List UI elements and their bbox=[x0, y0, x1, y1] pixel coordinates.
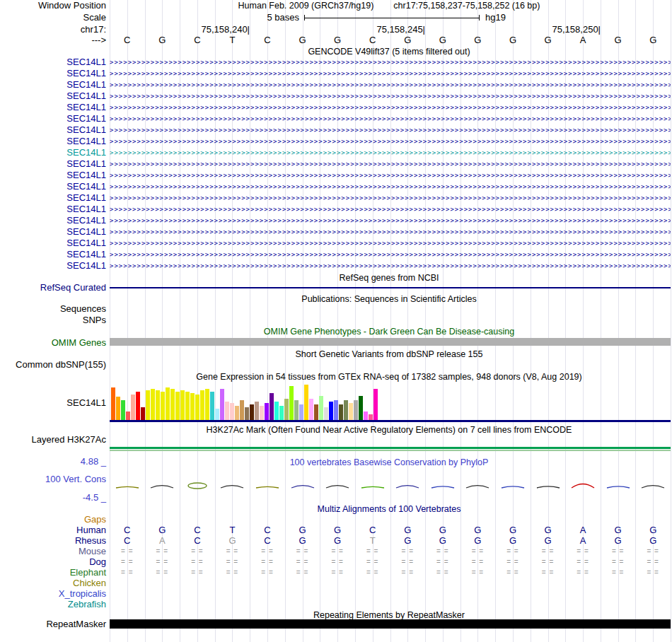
gencode-item-label[interactable]: SEC14L1 bbox=[0, 204, 106, 214]
gencode-transcript[interactable]: >>>>>>>>>>>>>>>>>>>>>>>>>>>>>>>>>>>>>>>>… bbox=[110, 228, 671, 238]
gtex-expression-bar[interactable] bbox=[265, 403, 269, 420]
gtex-expression-bar[interactable] bbox=[339, 404, 343, 420]
refseq-curated-label[interactable]: RefSeq Curated bbox=[0, 283, 106, 293]
gtex-expression-bar[interactable] bbox=[373, 389, 378, 420]
species-label-rhesus[interactable]: Rhesus bbox=[0, 536, 106, 546]
refseq-curated-item[interactable] bbox=[110, 287, 671, 288]
gtex-expression-bar[interactable] bbox=[255, 402, 259, 420]
gtex-expression-bar[interactable] bbox=[185, 392, 190, 420]
gencode-transcript[interactable]: >>>>>>>>>>>>>>>>>>>>>>>>>>>>>>>>>>>>>>>>… bbox=[110, 126, 671, 136]
gtex-expression-bar[interactable] bbox=[270, 393, 274, 420]
dbsnp-track-label[interactable]: Common dbSNP(155) bbox=[0, 360, 106, 370]
gencode-item-label[interactable]: SEC14L1 bbox=[0, 103, 106, 112]
gtex-expression-bar[interactable] bbox=[141, 407, 145, 420]
gtex-expression-bar[interactable] bbox=[279, 406, 284, 420]
omim-genes-bar[interactable] bbox=[110, 338, 671, 346]
gtex-expression-bar[interactable] bbox=[319, 396, 323, 420]
gtex-expression-bar[interactable] bbox=[220, 389, 224, 420]
gtex-expression-bar[interactable] bbox=[344, 400, 348, 420]
gencode-item-label[interactable]: SEC14L1 bbox=[0, 136, 106, 146]
gtex-expression-bar[interactable] bbox=[210, 392, 214, 420]
repeatmasker-bar[interactable] bbox=[110, 619, 671, 629]
h3k27ac-signal[interactable] bbox=[110, 447, 671, 449]
gtex-expression-bar[interactable] bbox=[369, 414, 373, 420]
gtex-expression-bar[interactable] bbox=[260, 406, 264, 420]
species-label-chicken[interactable]: Chicken bbox=[0, 578, 106, 588]
gtex-expression-bar[interactable] bbox=[195, 395, 199, 420]
gencode-transcript[interactable]: >>>>>>>>>>>>>>>>>>>>>>>>>>>>>>>>>>>>>>>>… bbox=[110, 205, 671, 215]
gtex-expression-bar[interactable] bbox=[354, 400, 358, 420]
gencode-item-label[interactable]: SEC14L1 bbox=[0, 261, 106, 271]
gtex-expression-bar[interactable] bbox=[314, 404, 318, 420]
gencode-item-label[interactable]: SEC14L1 bbox=[0, 250, 106, 259]
gencode-transcript[interactable]: >>>>>>>>>>>>>>>>>>>>>>>>>>>>>>>>>>>>>>>>… bbox=[110, 58, 671, 68]
gencode-item-label[interactable]: SEC14L1 bbox=[0, 159, 106, 169]
gencode-transcript[interactable]: >>>>>>>>>>>>>>>>>>>>>>>>>>>>>>>>>>>>>>>>… bbox=[110, 239, 671, 249]
gencode-item-label[interactable]: SEC14L1 bbox=[0, 125, 106, 135]
gtex-expression-bar[interactable] bbox=[289, 386, 294, 420]
species-label-elephant[interactable]: Elephant bbox=[0, 568, 106, 578]
gtex-expression-bar[interactable] bbox=[359, 396, 363, 420]
h3k27ac-track-label[interactable]: Layered H3K27Ac bbox=[0, 435, 106, 445]
gencode-item-label[interactable]: SEC14L1 bbox=[0, 227, 106, 237]
gtex-expression-bar[interactable] bbox=[180, 390, 185, 420]
gtex-expression-bar[interactable] bbox=[364, 412, 368, 420]
gtex-expression-bar[interactable] bbox=[215, 409, 219, 420]
gencode-transcript[interactable]: >>>>>>>>>>>>>>>>>>>>>>>>>>>>>>>>>>>>>>>>… bbox=[110, 250, 671, 260]
gtex-expression-bar[interactable] bbox=[190, 393, 195, 420]
gtex-expression-bar[interactable] bbox=[250, 404, 254, 420]
gencode-item-label[interactable]: SEC14L1 bbox=[0, 80, 106, 90]
species-label-x_tropicalis[interactable]: X_tropicalis bbox=[0, 589, 106, 599]
gencode-transcript[interactable]: >>>>>>>>>>>>>>>>>>>>>>>>>>>>>>>>>>>>>>>>… bbox=[110, 262, 671, 272]
gtex-expression-bar[interactable] bbox=[156, 390, 160, 420]
gtex-expression-bar[interactable] bbox=[126, 412, 130, 420]
gencode-item-label[interactable]: SEC14L1 bbox=[0, 193, 106, 203]
gencode-item-label[interactable]: SEC14L1 bbox=[0, 148, 106, 158]
gtex-expression-bar[interactable] bbox=[161, 392, 165, 420]
gencode-transcript[interactable]: >>>>>>>>>>>>>>>>>>>>>>>>>>>>>>>>>>>>>>>>… bbox=[110, 81, 671, 91]
gtex-gene-label[interactable]: SEC14L1 bbox=[0, 398, 106, 408]
gencode-item-label[interactable]: SEC14L1 bbox=[0, 238, 106, 248]
species-label-gaps[interactable]: Gaps bbox=[0, 515, 106, 525]
gtex-expression-bar[interactable] bbox=[175, 392, 180, 420]
gencode-transcript[interactable]: >>>>>>>>>>>>>>>>>>>>>>>>>>>>>>>>>>>>>>>>… bbox=[110, 171, 671, 181]
gtex-expression-bar[interactable] bbox=[235, 406, 239, 420]
gencode-item-label[interactable]: SEC14L1 bbox=[0, 216, 106, 226]
gencode-transcript[interactable]: >>>>>>>>>>>>>>>>>>>>>>>>>>>>>>>>>>>>>>>>… bbox=[110, 182, 671, 192]
gtex-expression-bar[interactable] bbox=[151, 389, 155, 420]
gtex-expression-bar[interactable] bbox=[131, 395, 135, 420]
gtex-expression-bar[interactable] bbox=[274, 402, 279, 420]
gtex-expression-bar[interactable] bbox=[230, 403, 234, 420]
gencode-item-label[interactable]: SEC14L1 bbox=[0, 91, 106, 101]
gencode-item-label[interactable]: SEC14L1 bbox=[0, 69, 106, 78]
gencode-item-label[interactable]: SEC14L1 bbox=[0, 114, 106, 124]
gtex-expression-bar[interactable] bbox=[245, 407, 249, 420]
gtex-expression-bar[interactable] bbox=[299, 404, 303, 420]
gtex-expression-bar[interactable] bbox=[121, 400, 125, 420]
repeatmasker-track-label[interactable]: RepeatMasker bbox=[0, 619, 106, 629]
gtex-expression-bar[interactable] bbox=[170, 389, 175, 420]
gtex-expression-bar[interactable] bbox=[284, 399, 289, 420]
gencode-transcript[interactable]: >>>>>>>>>>>>>>>>>>>>>>>>>>>>>>>>>>>>>>>>… bbox=[110, 69, 671, 79]
gencode-transcript[interactable]: >>>>>>>>>>>>>>>>>>>>>>>>>>>>>>>>>>>>>>>>… bbox=[110, 148, 671, 158]
gtex-expression-bar[interactable] bbox=[349, 403, 353, 420]
species-label-human[interactable]: Human bbox=[0, 525, 106, 535]
snps-track-label[interactable]: SNPs bbox=[0, 315, 106, 325]
gtex-expression-bar[interactable] bbox=[200, 390, 204, 420]
gencode-transcript[interactable]: >>>>>>>>>>>>>>>>>>>>>>>>>>>>>>>>>>>>>>>>… bbox=[110, 137, 671, 147]
gencode-transcript[interactable]: >>>>>>>>>>>>>>>>>>>>>>>>>>>>>>>>>>>>>>>>… bbox=[110, 92, 671, 102]
species-label-mouse[interactable]: Mouse bbox=[0, 547, 106, 556]
gtex-expression-bar[interactable] bbox=[309, 399, 313, 420]
omim-genes-label[interactable]: OMIM Genes bbox=[0, 338, 106, 348]
gtex-expression-bar[interactable] bbox=[240, 400, 244, 420]
gtex-expression-bar[interactable] bbox=[324, 407, 328, 420]
gencode-transcript[interactable]: >>>>>>>>>>>>>>>>>>>>>>>>>>>>>>>>>>>>>>>>… bbox=[110, 194, 671, 204]
gencode-item-label[interactable]: SEC14L1 bbox=[0, 57, 106, 67]
gencode-transcript[interactable]: >>>>>>>>>>>>>>>>>>>>>>>>>>>>>>>>>>>>>>>>… bbox=[110, 160, 671, 170]
gtex-expression-bar[interactable] bbox=[111, 387, 115, 420]
gtex-expression-bar[interactable] bbox=[334, 400, 338, 420]
gtex-expression-bar[interactable] bbox=[225, 402, 229, 420]
species-label-dog[interactable]: Dog bbox=[0, 557, 106, 567]
gencode-item-label[interactable]: SEC14L1 bbox=[0, 170, 106, 180]
gtex-expression-bar[interactable] bbox=[205, 389, 209, 420]
